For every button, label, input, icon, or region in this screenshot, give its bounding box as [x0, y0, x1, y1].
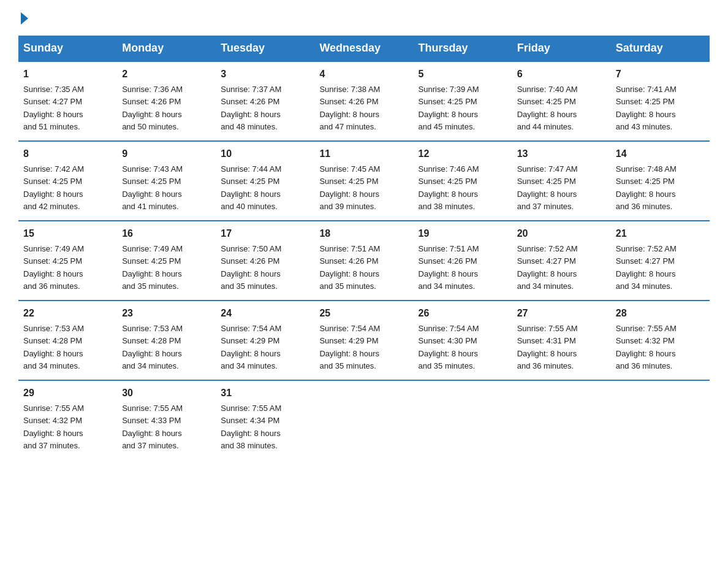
day-info: Sunrise: 7:44 AMSunset: 4:25 PMDaylight:… [221, 164, 281, 211]
day-info: Sunrise: 7:43 AMSunset: 4:25 PMDaylight:… [122, 164, 183, 211]
day-cell: 6 Sunrise: 7:40 AMSunset: 4:25 PMDayligh… [512, 61, 611, 141]
day-cell [611, 380, 710, 459]
day-number: 22 [23, 306, 112, 321]
day-info: Sunrise: 7:52 AMSunset: 4:27 PMDaylight:… [517, 244, 578, 291]
day-info: Sunrise: 7:55 AMSunset: 4:33 PMDaylight:… [122, 404, 183, 450]
day-info: Sunrise: 7:54 AMSunset: 4:29 PMDaylight:… [319, 324, 380, 370]
day-number: 24 [221, 306, 309, 321]
day-info: Sunrise: 7:46 AMSunset: 4:25 PMDaylight:… [419, 164, 479, 211]
day-cell: 12 Sunrise: 7:46 AMSunset: 4:25 PMDaylig… [414, 141, 512, 221]
day-cell: 29 Sunrise: 7:55 AMSunset: 4:32 PMDaylig… [18, 380, 117, 459]
day-number: 10 [221, 147, 309, 161]
calendar-table: SundayMondayTuesdayWednesdayThursdayFrid… [18, 36, 710, 459]
day-info: Sunrise: 7:36 AMSunset: 4:26 PMDaylight:… [122, 85, 183, 131]
day-number: 7 [616, 67, 705, 82]
day-number: 23 [122, 306, 211, 321]
day-info: Sunrise: 7:45 AMSunset: 4:25 PMDaylight:… [319, 164, 380, 211]
day-number: 16 [122, 226, 211, 241]
day-info: Sunrise: 7:41 AMSunset: 4:25 PMDaylight:… [616, 85, 677, 131]
day-info: Sunrise: 7:52 AMSunset: 4:27 PMDaylight:… [616, 244, 677, 291]
day-number: 17 [221, 226, 309, 241]
day-number: 29 [23, 386, 112, 400]
day-cell: 30 Sunrise: 7:55 AMSunset: 4:33 PMDaylig… [117, 380, 216, 459]
header-thursday: Thursday [414, 36, 512, 61]
day-cell: 27 Sunrise: 7:55 AMSunset: 4:31 PMDaylig… [512, 301, 611, 380]
header-saturday: Saturday [611, 36, 710, 61]
day-cell [512, 380, 611, 459]
day-info: Sunrise: 7:55 AMSunset: 4:32 PMDaylight:… [616, 324, 677, 370]
day-number: 9 [122, 147, 211, 161]
week-row-1: 1 Sunrise: 7:35 AMSunset: 4:27 PMDayligh… [18, 61, 710, 141]
day-info: Sunrise: 7:51 AMSunset: 4:26 PMDaylight:… [419, 244, 479, 291]
day-number: 3 [221, 67, 309, 82]
day-info: Sunrise: 7:47 AMSunset: 4:25 PMDaylight:… [517, 164, 578, 211]
day-cell: 22 Sunrise: 7:53 AMSunset: 4:28 PMDaylig… [18, 301, 117, 380]
day-number: 14 [616, 147, 705, 161]
day-info: Sunrise: 7:55 AMSunset: 4:31 PMDaylight:… [517, 324, 578, 370]
day-cell: 14 Sunrise: 7:48 AMSunset: 4:25 PMDaylig… [611, 141, 710, 221]
day-number: 8 [23, 147, 112, 161]
day-info: Sunrise: 7:51 AMSunset: 4:26 PMDaylight:… [319, 244, 380, 291]
day-cell: 25 Sunrise: 7:54 AMSunset: 4:29 PMDaylig… [314, 301, 413, 380]
header-friday: Friday [512, 36, 611, 61]
header-sunday: Sunday [18, 36, 117, 61]
day-cell [414, 380, 512, 459]
day-number: 2 [122, 67, 211, 82]
day-cell: 28 Sunrise: 7:55 AMSunset: 4:32 PMDaylig… [611, 301, 710, 380]
day-info: Sunrise: 7:55 AMSunset: 4:34 PMDaylight:… [221, 404, 281, 450]
day-number: 19 [419, 226, 507, 241]
day-info: Sunrise: 7:50 AMSunset: 4:26 PMDaylight:… [221, 244, 281, 291]
day-cell: 1 Sunrise: 7:35 AMSunset: 4:27 PMDayligh… [18, 61, 117, 141]
logo-triangle-icon [21, 12, 28, 25]
day-cell: 19 Sunrise: 7:51 AMSunset: 4:26 PMDaylig… [414, 221, 512, 301]
week-row-4: 22 Sunrise: 7:53 AMSunset: 4:28 PMDaylig… [18, 301, 710, 380]
day-cell: 13 Sunrise: 7:47 AMSunset: 4:25 PMDaylig… [512, 141, 611, 221]
day-info: Sunrise: 7:48 AMSunset: 4:25 PMDaylight:… [616, 164, 677, 211]
day-cell: 7 Sunrise: 7:41 AMSunset: 4:25 PMDayligh… [611, 61, 710, 141]
week-row-5: 29 Sunrise: 7:55 AMSunset: 4:32 PMDaylig… [18, 380, 710, 459]
day-info: Sunrise: 7:54 AMSunset: 4:29 PMDaylight:… [221, 324, 281, 370]
day-cell: 31 Sunrise: 7:55 AMSunset: 4:34 PMDaylig… [216, 380, 314, 459]
day-cell: 2 Sunrise: 7:36 AMSunset: 4:26 PMDayligh… [117, 61, 216, 141]
day-cell: 15 Sunrise: 7:49 AMSunset: 4:25 PMDaylig… [18, 221, 117, 301]
day-number: 26 [419, 306, 507, 321]
day-info: Sunrise: 7:42 AMSunset: 4:25 PMDaylight:… [23, 164, 84, 211]
day-cell: 26 Sunrise: 7:54 AMSunset: 4:30 PMDaylig… [414, 301, 512, 380]
day-number: 11 [319, 147, 408, 161]
day-cell: 20 Sunrise: 7:52 AMSunset: 4:27 PMDaylig… [512, 221, 611, 301]
day-number: 18 [319, 226, 408, 241]
page-header [18, 12, 710, 25]
day-number: 15 [23, 226, 112, 241]
day-number: 5 [419, 67, 507, 82]
day-info: Sunrise: 7:49 AMSunset: 4:25 PMDaylight:… [122, 244, 183, 291]
day-number: 20 [517, 226, 606, 241]
week-row-3: 15 Sunrise: 7:49 AMSunset: 4:25 PMDaylig… [18, 221, 710, 301]
day-cell: 9 Sunrise: 7:43 AMSunset: 4:25 PMDayligh… [117, 141, 216, 221]
day-number: 4 [319, 67, 408, 82]
day-number: 1 [23, 67, 112, 82]
day-cell: 5 Sunrise: 7:39 AMSunset: 4:25 PMDayligh… [414, 61, 512, 141]
day-cell [314, 380, 413, 459]
logo-blue-text [18, 12, 28, 25]
day-info: Sunrise: 7:55 AMSunset: 4:32 PMDaylight:… [23, 404, 84, 450]
day-cell: 3 Sunrise: 7:37 AMSunset: 4:26 PMDayligh… [216, 61, 314, 141]
day-info: Sunrise: 7:49 AMSunset: 4:25 PMDaylight:… [23, 244, 84, 291]
day-number: 13 [517, 147, 606, 161]
header-tuesday: Tuesday [216, 36, 314, 61]
day-cell: 17 Sunrise: 7:50 AMSunset: 4:26 PMDaylig… [216, 221, 314, 301]
week-row-2: 8 Sunrise: 7:42 AMSunset: 4:25 PMDayligh… [18, 141, 710, 221]
day-cell: 8 Sunrise: 7:42 AMSunset: 4:25 PMDayligh… [18, 141, 117, 221]
day-cell: 4 Sunrise: 7:38 AMSunset: 4:26 PMDayligh… [314, 61, 413, 141]
header-wednesday: Wednesday [314, 36, 413, 61]
day-info: Sunrise: 7:38 AMSunset: 4:26 PMDaylight:… [319, 85, 380, 131]
day-info: Sunrise: 7:53 AMSunset: 4:28 PMDaylight:… [122, 324, 183, 370]
calendar-header-row: SundayMondayTuesdayWednesdayThursdayFrid… [18, 36, 710, 61]
day-number: 25 [319, 306, 408, 321]
day-info: Sunrise: 7:54 AMSunset: 4:30 PMDaylight:… [419, 324, 479, 370]
day-cell: 18 Sunrise: 7:51 AMSunset: 4:26 PMDaylig… [314, 221, 413, 301]
day-cell: 11 Sunrise: 7:45 AMSunset: 4:25 PMDaylig… [314, 141, 413, 221]
day-info: Sunrise: 7:35 AMSunset: 4:27 PMDaylight:… [23, 85, 84, 131]
day-info: Sunrise: 7:39 AMSunset: 4:25 PMDaylight:… [419, 85, 479, 131]
day-number: 27 [517, 306, 606, 321]
day-number: 31 [221, 386, 309, 400]
